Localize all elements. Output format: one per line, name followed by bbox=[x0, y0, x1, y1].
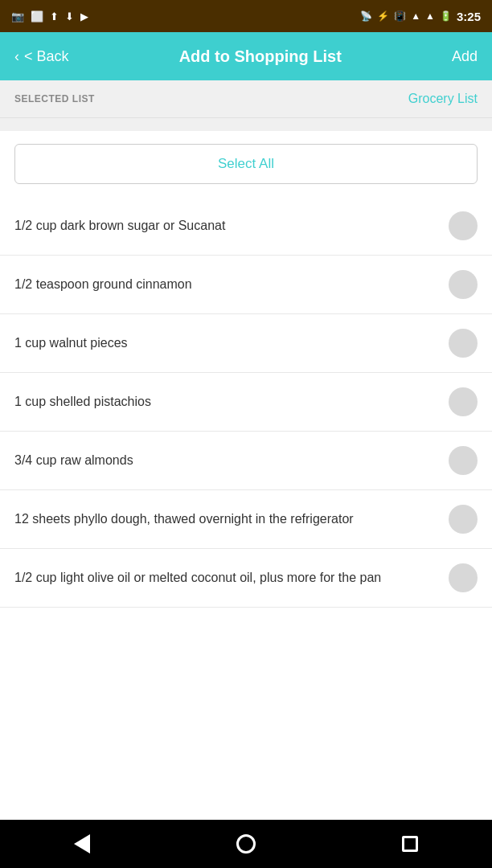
selected-list-label: SELECTED LIST bbox=[14, 93, 95, 104]
status-bar-left-icons: 📷 ⬜ ⬆ ⬇ ▶ bbox=[11, 10, 88, 23]
ingredient-text-6: 12 sheets phyllo dough, thawed overnight… bbox=[14, 510, 449, 528]
select-all-container: Select All bbox=[0, 131, 492, 197]
ingredient-toggle-3[interactable] bbox=[449, 329, 478, 358]
ingredient-item-2: 1/2 teaspoon ground cinnamon bbox=[0, 256, 492, 314]
battery-icon: 🔋 bbox=[440, 10, 452, 22]
system-back-button[interactable] bbox=[62, 824, 102, 864]
ingredient-toggle-1[interactable] bbox=[449, 211, 478, 240]
ingredients-list: 1/2 cup dark brown sugar or Sucanat 1/2 … bbox=[0, 197, 492, 820]
ingredient-item-4: 1 cup shelled pistachios bbox=[0, 373, 492, 432]
cast-icon: 📡 bbox=[360, 10, 372, 22]
back-triangle-icon bbox=[74, 834, 90, 854]
ingredient-toggle-5[interactable] bbox=[449, 446, 478, 475]
content-area: SELECTED LIST Grocery List Select All 1/… bbox=[0, 80, 492, 820]
ingredient-item-3: 1 cup walnut pieces bbox=[0, 314, 492, 373]
selected-list-row[interactable]: SELECTED LIST Grocery List bbox=[0, 80, 492, 118]
status-bar: 📷 ⬜ ⬆ ⬇ ▶ 📡 ⚡ 📳 ▲ ▲ 🔋 3:25 bbox=[0, 0, 492, 32]
navigation-bar: ‹ < Back Add to Shopping List Add bbox=[0, 32, 492, 80]
ingredient-text-1: 1/2 cup dark brown sugar or Sucanat bbox=[14, 217, 449, 235]
ingredient-toggle-4[interactable] bbox=[449, 387, 478, 416]
selected-list-value: Grocery List bbox=[408, 92, 478, 106]
ingredient-text-5: 3/4 cup raw almonds bbox=[14, 452, 449, 469]
back-label[interactable]: < Back bbox=[24, 48, 69, 65]
ingredient-item-6: 12 sheets phyllo dough, thawed overnight… bbox=[0, 490, 492, 549]
ingredient-toggle-7[interactable] bbox=[449, 563, 478, 592]
add-button[interactable]: Add bbox=[452, 48, 478, 65]
ingredient-item-1: 1/2 cup dark brown sugar or Sucanat bbox=[0, 197, 492, 256]
back-chevron-icon: ‹ bbox=[14, 48, 19, 65]
bluetooth-icon: ⚡ bbox=[377, 10, 389, 22]
signal-icon: ▲ bbox=[425, 10, 435, 22]
download-icon: ⬇ bbox=[65, 10, 74, 23]
ingredient-item-7: 1/2 cup light olive oil or melted coconu… bbox=[0, 549, 492, 608]
back-button[interactable]: ‹ < Back bbox=[14, 48, 69, 65]
bottom-navigation-bar bbox=[0, 820, 492, 868]
play-icon: ▶ bbox=[80, 10, 88, 23]
vibrate-icon: 📳 bbox=[394, 10, 406, 22]
page-title: Add to Shopping List bbox=[179, 47, 342, 66]
ingredient-toggle-2[interactable] bbox=[449, 270, 478, 299]
ingredient-text-2: 1/2 teaspoon ground cinnamon bbox=[14, 276, 449, 293]
recents-square-icon bbox=[402, 836, 418, 852]
wifi-icon: ▲ bbox=[411, 10, 420, 22]
time-display: 3:25 bbox=[457, 10, 481, 23]
ingredient-text-7: 1/2 cup light olive oil or melted coconu… bbox=[14, 569, 449, 587]
screen-icon: ⬜ bbox=[31, 10, 43, 23]
ingredient-text-3: 1 cup walnut pieces bbox=[14, 334, 449, 352]
upload-icon: ⬆ bbox=[50, 10, 59, 23]
home-button[interactable] bbox=[226, 824, 266, 864]
spacer bbox=[0, 118, 492, 131]
ingredient-text-4: 1 cup shelled pistachios bbox=[14, 393, 449, 411]
recents-button[interactable] bbox=[390, 824, 430, 864]
ingredient-toggle-6[interactable] bbox=[449, 505, 478, 534]
ingredient-item-5: 3/4 cup raw almonds bbox=[0, 432, 492, 490]
camera-icon: 📷 bbox=[11, 10, 24, 23]
select-all-button[interactable]: Select All bbox=[14, 144, 478, 184]
home-circle-icon bbox=[236, 834, 256, 854]
status-bar-right-icons: 📡 ⚡ 📳 ▲ ▲ 🔋 3:25 bbox=[360, 10, 481, 23]
